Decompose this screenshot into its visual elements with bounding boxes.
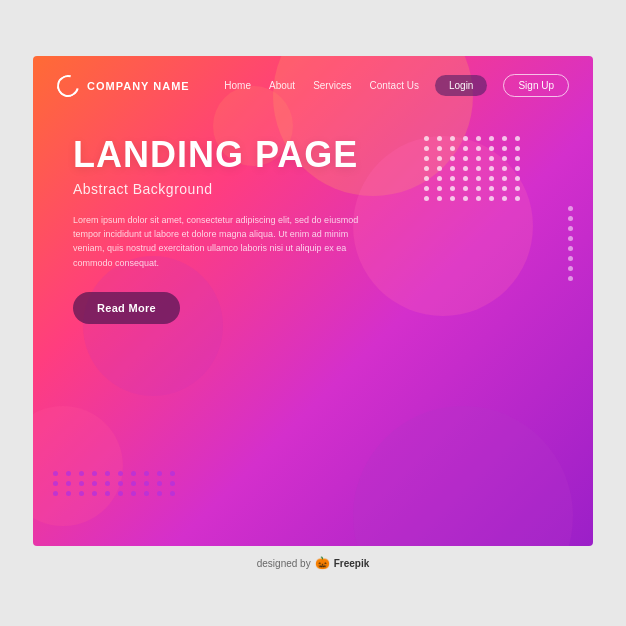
logo-icon (53, 70, 83, 100)
hero-subtitle: Abstract Background (73, 181, 553, 197)
footer: designed by 🎃 Freepik (257, 556, 370, 570)
hero-description: Lorem ipsum dolor sit amet, consectetur … (73, 213, 373, 271)
freepik-icon: 🎃 (315, 556, 330, 570)
hero-title: LANDING PAGE (73, 135, 553, 175)
nav-links: Home About Services Contact Us (224, 80, 419, 91)
nav-home[interactable]: Home (224, 80, 251, 91)
footer-prefix: designed by (257, 558, 311, 569)
login-button[interactable]: Login (435, 75, 487, 96)
footer-brand: Freepik (334, 558, 370, 569)
nav-services[interactable]: Services (313, 80, 351, 91)
nav-about[interactable]: About (269, 80, 295, 91)
logo-text: COMPANY NAME (87, 80, 190, 92)
dot-grid-bottom (53, 471, 178, 496)
decorative-circle-4 (33, 406, 123, 526)
read-more-button[interactable]: Read More (73, 292, 180, 324)
navbar: COMPANY NAME Home About Services Contact… (33, 56, 593, 115)
logo: COMPANY NAME (57, 75, 190, 97)
signup-button[interactable]: Sign Up (503, 74, 569, 97)
hero-section: LANDING PAGE Abstract Background Lorem i… (33, 115, 593, 344)
landing-page: COMPANY NAME Home About Services Contact… (33, 56, 593, 546)
decorative-circle-3 (353, 406, 573, 546)
nav-contact[interactable]: Contact Us (369, 80, 418, 91)
